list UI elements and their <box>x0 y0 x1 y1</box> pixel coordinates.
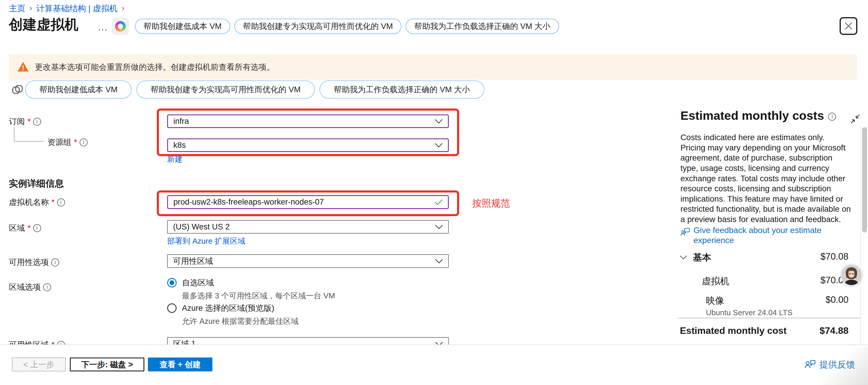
page-title: 创建虚拟机 <box>9 15 79 34</box>
chip-high-availability-vm[interactable]: 帮助我创建专为实现高可用性而优化的 VM <box>136 81 315 99</box>
chip-right-vm-size[interactable]: 帮助我为工作负载选择正确的 VM 大小 <box>406 19 559 34</box>
close-button[interactable] <box>840 17 857 35</box>
cost-group-basic[interactable]: 基本 <box>680 251 711 264</box>
info-icon[interactable]: i <box>80 138 88 147</box>
avatar <box>840 264 862 286</box>
resource-group-label: 资源组* i <box>47 137 88 148</box>
more-actions-button[interactable]: … <box>98 21 108 33</box>
availability-options-dropdown[interactable]: 可用性区域 <box>167 254 449 268</box>
scrollbar-track <box>860 126 861 345</box>
warning-text: 更改基本选项可能会重置所做的选择。创建虚拟机前查看所有选项。 <box>35 62 275 72</box>
breadcrumb-home-link[interactable]: 主页 <box>9 3 26 14</box>
zone-options-label: 区域选项 i <box>9 282 51 292</box>
info-icon[interactable]: i <box>57 198 65 206</box>
info-icon[interactable]: i <box>43 283 51 291</box>
chip-right-vm-size[interactable]: 帮助我为工作负载选择正确的 VM 大小 <box>319 81 484 99</box>
breadcrumb-separator-icon: › <box>122 4 125 13</box>
subscription-label: 订阅* i <box>9 116 41 127</box>
review-create-button[interactable]: 查看 + 创建 <box>148 357 212 372</box>
availability-zone-dropdown[interactable]: 区域 1 <box>167 337 449 345</box>
chip-low-cost-vm[interactable]: 帮助我创建低成本 VM <box>135 19 230 34</box>
previous-button[interactable]: < 上一步 <box>12 357 66 372</box>
tree-connector <box>14 141 43 142</box>
copilot-outline-icon[interactable] <box>11 84 24 96</box>
estimate-feedback-link[interactable]: Give feedback about your estimate experi… <box>680 225 846 246</box>
chip-low-cost-vm[interactable]: 帮助我创建低成本 VM <box>25 81 132 99</box>
create-new-link[interactable]: 新建 <box>167 154 183 164</box>
deploy-edge-zone-link[interactable]: 部署到 Azure 扩展区域 <box>167 236 245 246</box>
scrollbar-thumb[interactable] <box>862 127 867 232</box>
info-icon[interactable]: i <box>33 224 41 232</box>
radio-description: 最多选择 3 个可用性区域，每个区域一台 VM <box>182 291 335 301</box>
give-feedback-link[interactable]: 提供反馈 <box>804 359 855 371</box>
radio-label: Azure 选择的区域(预览版) <box>182 303 299 314</box>
cost-panel-title: Estimated monthly costs <box>680 109 824 123</box>
vm-name-label: 虚拟机名称* i <box>9 197 65 207</box>
main-content: 主页 › 计算基础结构 | 虚拟机 › 创建虚拟机 … 帮助我创建低成本 VM … <box>0 0 868 345</box>
region-label: 区域* i <box>9 223 41 233</box>
copilot-icon <box>113 19 127 33</box>
zone-option-azure-selected: Azure 选择的区域(预览版) 允许 Azure 根据需要分配最佳区域 <box>167 303 299 326</box>
cost-total-value: $74.88 <box>819 325 848 336</box>
resource-group-dropdown[interactable]: k8s <box>167 138 449 152</box>
radio-label: 自选区域 <box>182 277 335 288</box>
info-icon[interactable]: i <box>828 113 836 121</box>
footer-bar: < 上一步 下一步: 磁盘 > 查看 + 创建 提供反馈 <box>0 345 868 385</box>
cost-total-label: Estimated monthly cost <box>680 325 787 336</box>
availability-zone-label: 可用性区域* i <box>9 340 65 345</box>
availability-options-label: 可用性选项 i <box>9 257 59 267</box>
cost-item-image-sub: Ubuntu Server 24.04 LTS <box>706 308 793 317</box>
breadcrumb-vm-link[interactable]: 计算基础结构 | 虚拟机 <box>36 3 118 14</box>
chevron-down-icon <box>680 255 687 260</box>
cost-item-image-value: $0.00 <box>826 294 848 305</box>
chevron-down-icon <box>435 143 442 148</box>
copilot-suggestion-chips-2: 帮助我创建低成本 VM 帮助我创建专为实现高可用性而优化的 VM 帮助我为工作负… <box>25 81 484 99</box>
zone-option-self-select: 自选区域 最多选择 3 个可用性区域，每个区域一台 VM <box>167 277 335 301</box>
breadcrumb: 主页 › 计算基础结构 | 虚拟机 › <box>9 3 124 14</box>
divider <box>678 318 861 318</box>
next-disks-button[interactable]: 下一步: 磁盘 > <box>70 357 144 372</box>
info-icon[interactable]: i <box>33 118 41 126</box>
vm-name-input[interactable] <box>173 197 435 207</box>
close-icon <box>844 22 853 30</box>
annotation-text: 按照规范 <box>472 197 510 210</box>
chevron-down-icon <box>435 225 443 229</box>
radio-description: 允许 Azure 根据需要分配最佳区域 <box>182 316 299 326</box>
feedback-icon <box>680 226 690 238</box>
radio-azure-selected-zones[interactable] <box>167 303 177 313</box>
chevron-down-icon <box>435 259 443 263</box>
copilot-suggestion-chips: 帮助我创建低成本 VM 帮助我创建专为实现高可用性而优化的 VM 帮助我为工作负… <box>135 19 559 34</box>
create-vm-blade: 主页 › 计算基础结构 | 虚拟机 › 创建虚拟机 … 帮助我创建低成本 VM … <box>0 0 868 385</box>
cost-group-basic-value: $70.08 <box>820 251 848 262</box>
tree-connector <box>14 128 14 141</box>
cost-item-vm: 虚拟机 <box>702 275 729 287</box>
cost-panel-header: Estimated monthly costs i <box>680 109 836 123</box>
chevron-down-icon <box>435 119 442 124</box>
collapse-icon[interactable] <box>850 113 861 125</box>
info-icon[interactable]: i <box>51 258 59 266</box>
subscription-dropdown[interactable]: infra <box>167 115 449 128</box>
cost-panel-description: Costs indicated here are estimates only.… <box>680 132 851 225</box>
cost-item-image: 映像 <box>706 294 724 307</box>
vm-name-field-wrap <box>167 195 449 209</box>
info-icon[interactable]: i <box>57 341 65 345</box>
checkmark-icon <box>435 199 442 205</box>
chip-high-availability-vm[interactable]: 帮助我创建专为实现高可用性而优化的 VM <box>234 19 401 34</box>
feedback-icon <box>804 359 816 371</box>
region-dropdown[interactable]: (US) West US 2 <box>167 220 449 234</box>
warning-icon <box>18 62 28 72</box>
section-header-instance-details: 实例详细信息 <box>9 178 64 190</box>
radio-self-select-zones[interactable] <box>167 278 177 287</box>
warning-banner: 更改基本选项可能会重置所做的选择。创建虚拟机前查看所有选项。 <box>9 54 857 80</box>
chevron-down-icon <box>435 342 443 345</box>
breadcrumb-separator-icon: › <box>30 4 32 13</box>
copilot-button[interactable] <box>112 18 129 35</box>
